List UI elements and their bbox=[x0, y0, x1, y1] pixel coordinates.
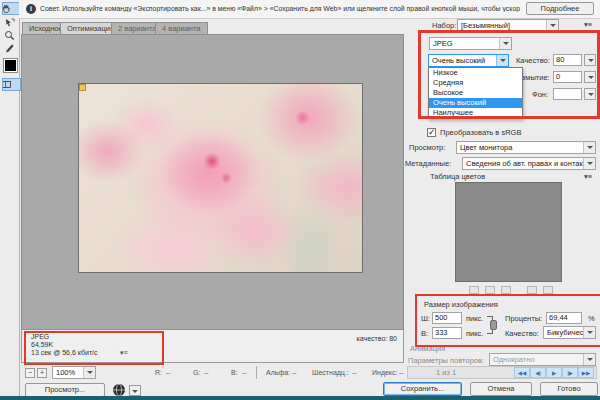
save-for-web-dialog: i Совет. Используйте команду «Экспортиро… bbox=[0, 0, 600, 400]
format-select[interactable]: JPEG bbox=[429, 37, 512, 50]
r-label: R: bbox=[155, 368, 162, 378]
hex-value: -- bbox=[352, 368, 357, 378]
preview-download-time: 13 сек @ 56,6 кбит/с bbox=[31, 348, 98, 358]
blur-field[interactable]: 0 bbox=[553, 71, 582, 83]
preview-in-browser-button[interactable]: Просмотр... bbox=[25, 383, 105, 397]
toggle-slices-icon bbox=[2, 79, 12, 90]
height-field[interactable]: 333 bbox=[432, 327, 462, 339]
color-table-menu-icon[interactable]: ▾≡ bbox=[584, 172, 592, 182]
eyedropper-tool-button[interactable] bbox=[2, 42, 16, 55]
chevron-down-icon bbox=[496, 55, 508, 66]
preset-value: [Безымянный] bbox=[461, 21, 510, 30]
last-frame-button[interactable]: ▶▶ bbox=[578, 367, 594, 378]
slice-select-tool-button[interactable] bbox=[2, 16, 16, 29]
tool-bar bbox=[0, 0, 20, 396]
download-speed-menu-icon[interactable]: ▾≡ bbox=[120, 348, 128, 358]
dropdown-option-high[interactable]: Высокое bbox=[429, 88, 522, 98]
play-button[interactable]: ▶ bbox=[546, 367, 562, 378]
hex-label: Шестнадц.: bbox=[312, 368, 349, 378]
matte-field[interactable] bbox=[553, 88, 582, 100]
resample-quality-label: Качество: bbox=[505, 329, 539, 339]
metadata-value: Сведения об авт. правах и контакты bbox=[466, 159, 592, 168]
zoom-in-button[interactable]: + bbox=[37, 368, 47, 378]
more-info-button[interactable]: Подробнее bbox=[526, 2, 594, 15]
b-value: -- bbox=[242, 368, 247, 378]
add-color-button[interactable] bbox=[527, 286, 537, 294]
monitor-preview-value: Цвет монитора bbox=[460, 143, 512, 152]
preview-info-strip: JPEG 64,59K 13 сек @ 56,6 кбит/с ▾≡ каче… bbox=[21, 330, 404, 363]
snap-colors-button[interactable] bbox=[469, 286, 479, 294]
chevron-down-icon bbox=[499, 38, 511, 49]
dropdown-option-maximum[interactable]: Наилучшее bbox=[429, 108, 522, 118]
width-unit: пикс. bbox=[466, 314, 483, 324]
panel-menu-icon[interactable]: ▾≡ bbox=[584, 20, 592, 30]
eyedropper-tool-icon bbox=[4, 43, 15, 54]
alpha-label: Альфа: bbox=[266, 368, 290, 378]
animation-header: Анимация bbox=[410, 344, 445, 354]
quality-slider-button[interactable] bbox=[584, 54, 596, 66]
previous-frame-button[interactable]: ◀| bbox=[530, 367, 546, 378]
frame-counter: 1 из 1 bbox=[436, 368, 456, 378]
status-divider bbox=[256, 366, 257, 379]
g-label: G: bbox=[193, 368, 200, 378]
done-button[interactable]: Готово bbox=[540, 382, 598, 396]
dropdown-option-very-high[interactable]: Очень высокий bbox=[429, 98, 522, 108]
delete-color-button[interactable] bbox=[543, 286, 553, 294]
height-label: В: bbox=[421, 329, 428, 339]
lock-color-button[interactable] bbox=[501, 286, 511, 294]
quality-field[interactable]: 80 bbox=[553, 54, 582, 66]
chevron-down-icon bbox=[583, 327, 595, 338]
monitor-preview-label: Просмотр: bbox=[409, 143, 445, 153]
format-value: JPEG bbox=[433, 39, 453, 48]
compression-select[interactable]: Очень высокий bbox=[428, 54, 509, 67]
b-label: B: bbox=[231, 368, 238, 378]
slice-select-tool-icon bbox=[4, 17, 15, 28]
color-table-grid bbox=[455, 182, 562, 282]
percent-field[interactable]: 69,44 bbox=[546, 312, 582, 324]
browser-icon[interactable] bbox=[112, 383, 126, 397]
matte-label: Фон: bbox=[532, 90, 548, 100]
chevron-down-icon bbox=[83, 367, 95, 378]
zoom-out-button[interactable]: − bbox=[25, 368, 35, 378]
blur-slider-button[interactable] bbox=[584, 71, 596, 83]
save-button[interactable]: Сохранить... bbox=[383, 382, 462, 396]
preset-label: Набор: bbox=[432, 21, 456, 31]
resample-quality-select[interactable]: Бикубическая bbox=[543, 326, 596, 339]
preset-select[interactable]: [Безымянный] bbox=[457, 19, 559, 32]
first-frame-button[interactable]: ◀◀ bbox=[514, 367, 530, 378]
loop-options-select[interactable]: Однократно bbox=[489, 353, 596, 366]
chevron-down-icon bbox=[583, 158, 595, 169]
srgb-checkbox-label: Преобразовать в sRGB bbox=[440, 128, 521, 138]
chevron-down-icon bbox=[583, 354, 595, 365]
compression-dropdown-list: Низкое Средняя Высокое Очень высокий Наи… bbox=[428, 67, 523, 119]
metadata-label: Метаданные: bbox=[405, 159, 451, 169]
dropdown-option-low[interactable]: Низкое bbox=[429, 68, 522, 78]
matte-select-button[interactable] bbox=[584, 88, 596, 100]
zoom-tool-button[interactable] bbox=[2, 29, 16, 42]
srgb-checkbox[interactable] bbox=[427, 128, 436, 137]
foreground-color-swatch[interactable] bbox=[3, 58, 18, 73]
width-field[interactable]: 500 bbox=[432, 312, 462, 324]
tip-text: Совет. Используйте команду «Экспортирова… bbox=[40, 5, 520, 12]
bottom-strip bbox=[0, 396, 600, 400]
frame-control-bar: 1 из 1 ◀◀◀|▶|▶▶▶ bbox=[407, 366, 597, 379]
percent-label: Проценты: bbox=[505, 314, 542, 324]
preview-image[interactable] bbox=[78, 83, 363, 273]
dropdown-option-medium[interactable]: Средняя bbox=[429, 78, 522, 88]
zoom-in-icon: + bbox=[40, 369, 44, 376]
cancel-button[interactable]: Отмена bbox=[470, 382, 532, 396]
loop-options-label: Параметры повторов: bbox=[408, 356, 484, 366]
link-icon bbox=[490, 320, 497, 330]
monitor-preview-select[interactable]: Цвет монитора bbox=[456, 141, 596, 154]
transparency-map-button[interactable] bbox=[485, 286, 495, 294]
browser-select-button[interactable] bbox=[129, 385, 141, 396]
loop-options-value: Однократно bbox=[493, 355, 535, 364]
chevron-down-icon bbox=[583, 142, 595, 153]
toggle-slices-button[interactable] bbox=[2, 78, 21, 91]
width-label: Ш: bbox=[421, 314, 430, 324]
metadata-select[interactable]: Сведения об авт. правах и контакты bbox=[462, 157, 596, 170]
next-frame-button[interactable]: |▶ bbox=[562, 367, 578, 378]
r-value: -- bbox=[166, 368, 171, 378]
zoom-level-select[interactable]: 100% bbox=[52, 366, 96, 379]
zoom-out-icon: − bbox=[28, 369, 32, 376]
